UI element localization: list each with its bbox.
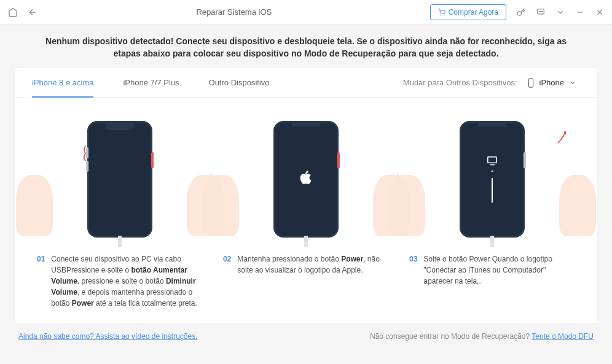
svg-point-5 (542, 11, 543, 12)
step-3-illustration (409, 116, 575, 242)
step-1-description: Conecte seu dispositivo ao PC via cabo U… (51, 254, 203, 309)
notice-banner: Nenhum dispositivo detectado! Conecte se… (0, 25, 612, 68)
step-3-description: Solte o botão Power Quando o logotipo "C… (423, 254, 575, 287)
tabs-row: iPhone 8 e acima iPhone 7/7 Plus Outro D… (15, 68, 597, 98)
key-icon[interactable] (516, 7, 526, 17)
back-icon[interactable] (27, 7, 38, 18)
dfu-mode-link[interactable]: Tente o Modo DFU (532, 332, 594, 341)
step-1: 01 Conecte seu dispositivo ao PC via cab… (37, 116, 203, 309)
chevron-down-icon (569, 79, 576, 87)
watch-video-link[interactable]: Ainda não sabe como? Assista ao vídeo de… (18, 332, 198, 341)
svg-point-4 (540, 11, 541, 12)
minimize-icon[interactable] (575, 7, 585, 17)
step-2-illustration (223, 116, 389, 242)
main-card: iPhone 8 e acima iPhone 7/7 Plus Outro D… (15, 68, 597, 323)
home-icon[interactable] (7, 7, 18, 18)
device-switch: Mudar para Outros Dispositivos: iPhone (403, 76, 580, 90)
svg-point-1 (444, 15, 444, 15)
menu-chevron-icon[interactable] (555, 7, 565, 17)
apple-logo-icon (300, 170, 312, 188)
step-3-number: 03 (409, 254, 417, 287)
connect-computer-icon (486, 156, 498, 203)
svg-point-0 (441, 15, 441, 15)
footer: Ainda não sabe como? Assista ao vídeo de… (0, 323, 612, 347)
step-1-number: 01 (37, 254, 45, 309)
device-select[interactable]: iPhone (524, 76, 580, 90)
cart-icon (438, 9, 445, 16)
phone-icon (527, 78, 535, 88)
tab-iphone-7[interactable]: iPhone 7/7 Plus (123, 68, 179, 97)
buy-now-button[interactable]: Comprar Agora (430, 4, 506, 20)
steps-container: 01 Conecte seu dispositivo ao PC via cab… (15, 98, 597, 323)
step-3: 03 Solte o botão Power Quando o logotipo… (409, 116, 575, 287)
step-1-illustration (37, 116, 203, 242)
device-switch-label: Mudar para Outros Dispositivos: (403, 78, 517, 87)
close-icon[interactable] (595, 7, 605, 17)
window-title: Reparar Sistema iOS (38, 7, 430, 17)
step-2-number: 02 (223, 254, 231, 276)
tab-iphone-8-plus[interactable]: iPhone 8 e acima (32, 68, 93, 97)
step-2-description: Mantenha pressionado o botão Power, não … (237, 254, 389, 276)
feedback-icon[interactable] (536, 7, 546, 17)
footer-right: Não consegue entrar no Modo de Recuperaç… (370, 332, 594, 341)
step-2: 02 Mantenha pressionado o botão Power, n… (223, 116, 389, 276)
tab-other-device[interactable]: Outro Dispositivo (209, 68, 270, 97)
svg-rect-10 (488, 157, 496, 163)
titlebar: Reparar Sistema iOS Comprar Agora (0, 0, 612, 25)
svg-point-3 (539, 11, 539, 12)
svg-rect-9 (528, 79, 533, 87)
